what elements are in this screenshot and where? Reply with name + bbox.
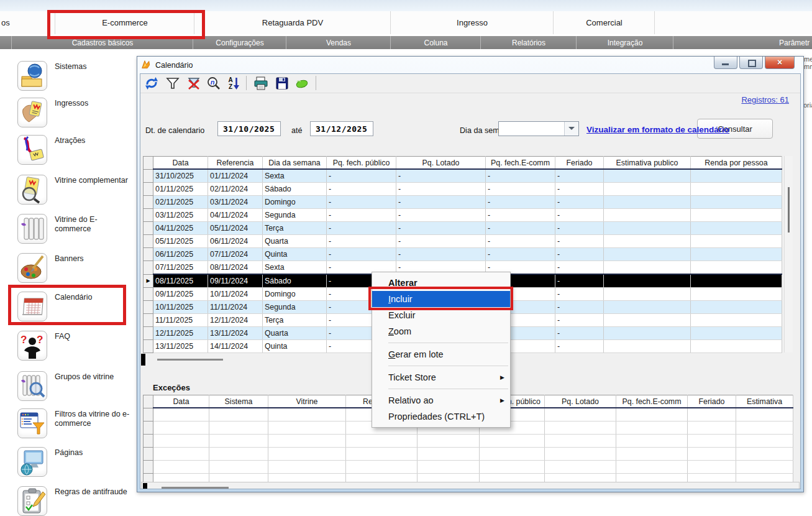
table-row[interactable]: 31/10/202501/11/2024Sexta----: [144, 169, 782, 183]
column-header[interactable]: Feriado: [555, 157, 604, 170]
tab-cut-left[interactable]: os: [0, 11, 56, 34]
column-header[interactable]: Sistema: [209, 395, 268, 408]
sidebar-item-regras-de-antifraude[interactable]: Regras de antifraude: [17, 486, 132, 516]
sidebar-item-atracoes[interactable]: Atrações: [17, 135, 132, 171]
scrollbar-tick[interactable]: [141, 354, 145, 366]
context-menu-item-propriedades-ctrl-t[interactable]: Propriedades (CTRL+T): [372, 408, 510, 425]
context-menu-item-gerar-em-lote[interactable]: Gerar em lote: [372, 346, 510, 362]
sidebar: SistemasIngressosAtraçõesVitrine complem…: [0, 49, 135, 516]
column-header[interactable]: Pq. fech. público: [327, 157, 396, 170]
table-row[interactable]: 04/11/202505/11/2024Terça----: [144, 222, 782, 235]
table-row[interactable]: 02/11/202503/11/2024Domingo----: [144, 196, 782, 209]
context-menu-item-zoom[interactable]: Zoom: [372, 323, 510, 339]
column-header[interactable]: Pq. Lotado: [545, 395, 616, 408]
menu-integracao[interactable]: Integração: [576, 36, 673, 49]
filter-icon[interactable]: [165, 76, 181, 91]
chevron-down-icon[interactable]: [564, 122, 578, 136]
restore-button[interactable]: [739, 57, 763, 69]
column-header[interactable]: Estimativa publico: [604, 157, 691, 170]
menu-cadastros-basicos[interactable]: Cadastros básicos: [11, 36, 193, 49]
sidebar-item-sistemas[interactable]: Sistemas: [17, 61, 132, 97]
tab-comercial[interactable]: Comercial: [553, 11, 655, 34]
table-row[interactable]: [144, 435, 793, 448]
minimize-button[interactable]: [714, 57, 737, 69]
save-icon[interactable]: [275, 76, 290, 91]
tab-ecommerce[interactable]: E-commerce: [55, 11, 194, 34]
tickets-icon: [17, 98, 47, 127]
antifraud-icon: [17, 486, 47, 516]
column-header[interactable]: Renda por pessoa: [691, 157, 782, 170]
svg-text:?: ?: [21, 334, 27, 346]
run-icon[interactable]: [294, 76, 310, 91]
exceptions-horizontal-scrollbar-thumb[interactable]: [162, 487, 229, 489]
systems-icon: [17, 61, 47, 91]
menu-configuracoes[interactable]: Configurações: [193, 36, 286, 49]
sidebar-item-label: Sistemas: [55, 62, 130, 71]
menu-coluna[interactable]: Coluna: [390, 36, 481, 49]
sidebar-item-filtros-da-vitrine-do-e-commerce[interactable]: Filtros da vitrine do e-commerce: [17, 408, 132, 445]
tab-ingresso[interactable]: Ingresso: [390, 11, 554, 34]
close-button[interactable]: ×: [765, 57, 795, 69]
registros-link[interactable]: Registros: 61: [741, 95, 789, 104]
sidebar-item-vitrine-complementar[interactable]: Vitrine complementar: [17, 175, 132, 211]
sidebar-item-label: FAQ: [55, 332, 130, 341]
background-fragment: met: [804, 55, 812, 63]
refresh-icon[interactable]: [144, 76, 160, 91]
print-icon[interactable]: [253, 76, 269, 91]
column-header[interactable]: Dia da semana: [263, 157, 327, 170]
sidebar-item-label: Calendário: [55, 293, 130, 302]
column-header[interactable]: Data: [153, 395, 209, 408]
column-header[interactable]: Feriado: [688, 395, 736, 408]
sidebar-item-banners[interactable]: Banners: [17, 253, 132, 289]
current-row-marker: ▶: [144, 274, 153, 288]
column-header[interactable]: Pq. fech.E-comm: [486, 157, 555, 170]
showcase-groups-icon: [17, 371, 47, 401]
context-menu-item-relativo-ao[interactable]: Relativo ao▶: [372, 392, 510, 408]
context-menu-item-incluir[interactable]: Incluir: [372, 291, 510, 307]
menu-relatorios[interactable]: Relatórios: [480, 36, 577, 49]
sidebar-item-calendario[interactable]: Calendário: [17, 292, 132, 328]
grid-vertical-scrollbar[interactable]: [784, 156, 793, 352]
table-row[interactable]: 06/11/202507/11/2024Quinta----: [144, 248, 782, 261]
weekday-select[interactable]: [498, 121, 579, 136]
column-header[interactable]: Vitrine: [268, 395, 346, 408]
date-to-input[interactable]: [310, 121, 373, 136]
calendar-icon: [17, 292, 47, 321]
sidebar-item-grupos-de-vitrine[interactable]: Grupos de vitrine: [17, 371, 132, 407]
scrollbar-tick[interactable]: [143, 483, 147, 489]
context-menu-item-excluir[interactable]: Excluir: [372, 307, 510, 323]
table-row[interactable]: 05/11/202506/11/2024Quarta----: [144, 235, 782, 248]
table-row[interactable]: 03/11/202504/11/2024Segunda----: [144, 209, 782, 222]
tab-retaguarda-pdv[interactable]: Retaguarda PDV: [194, 11, 391, 34]
sidebar-item-label: Grupos de vitrine: [55, 372, 130, 382]
clear-filter-icon[interactable]: [186, 76, 202, 91]
sidebar-item-paginas[interactable]: Páginas: [17, 447, 132, 483]
window-app-icon: [141, 60, 152, 70]
context-menu-item-alterar[interactable]: Alterar: [372, 275, 510, 291]
menu-parametros[interactable]: Parâmetr: [673, 36, 812, 49]
tab-empty: [654, 11, 812, 34]
window-toolbar: nAZ: [140, 74, 800, 93]
column-header[interactable]: Referencia: [208, 157, 263, 170]
menu-vendas[interactable]: Vendas: [286, 36, 391, 49]
grid-vertical-scrollbar-thumb[interactable]: [788, 187, 790, 233]
context-menu-item-ticket-store[interactable]: Ticket Store▶: [372, 369, 510, 385]
column-header[interactable]: Data: [153, 157, 208, 170]
date-from-input[interactable]: [217, 121, 281, 136]
screen: il OD met mme oria os E-commerce Retagua…: [0, 0, 812, 516]
grid-horizontal-scrollbar-thumb[interactable]: [157, 359, 223, 361]
table-row[interactable]: 01/11/202502/11/2024Sábado----: [144, 183, 782, 196]
table-row[interactable]: [144, 461, 793, 474]
table-row[interactable]: [144, 448, 793, 461]
column-header[interactable]: Estimativa: [736, 395, 793, 408]
sidebar-item-ingressos[interactable]: Ingressos: [17, 98, 132, 134]
exceptions-horizontal-scrollbar[interactable]: [141, 482, 800, 489]
find-icon[interactable]: n: [206, 76, 222, 91]
column-header[interactable]: Pq. fech.E-comm: [616, 395, 688, 408]
sidebar-item-faq[interactable]: ??FAQ: [17, 331, 132, 367]
sidebar-item-vitrine-do-e-commerce[interactable]: Vitrine do E-commerce: [17, 214, 132, 250]
view-calendar-link[interactable]: Vizualizar em formato de calendário: [586, 125, 729, 134]
menu-separator: [388, 343, 508, 343]
column-header[interactable]: Pq. Lotado: [396, 157, 486, 170]
sort-icon[interactable]: AZ: [226, 76, 242, 91]
